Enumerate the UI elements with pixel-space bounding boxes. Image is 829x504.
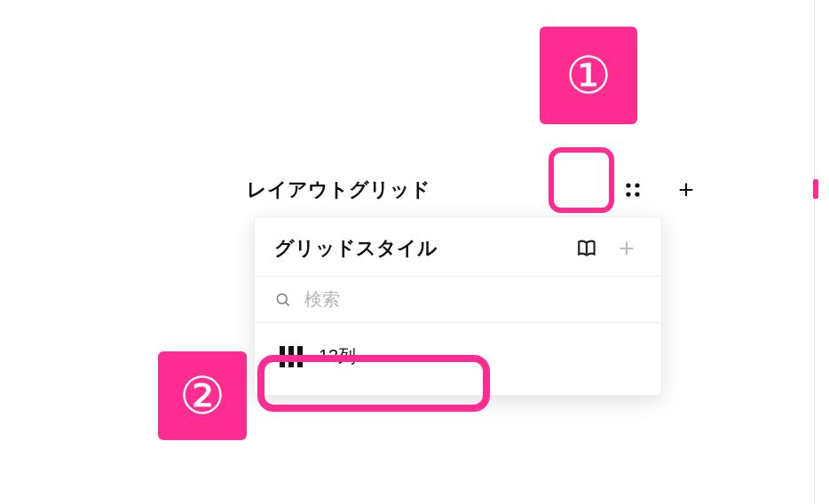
layout-grid-section-header: レイアウトグリッド + — [247, 163, 708, 217]
book-open-icon — [576, 237, 599, 260]
grid-styles-list: 12列 — [255, 323, 661, 395]
add-layout-grid-button[interactable]: + — [664, 168, 708, 212]
svg-line-5 — [286, 302, 289, 305]
grid-styles-search-row — [255, 277, 661, 323]
svg-point-0 — [626, 183, 630, 187]
four-dots-icon — [622, 179, 643, 201]
right-panel-divider — [814, 0, 815, 504]
svg-point-1 — [635, 183, 639, 187]
grid-styles-panel-title: グリッドスタイル — [274, 235, 564, 262]
create-grid-style-button[interactable]: + — [612, 233, 642, 264]
svg-point-2 — [626, 192, 630, 196]
columns-icon — [280, 346, 303, 367]
svg-point-4 — [277, 294, 287, 303]
grid-styles-panel-header: グリッドスタイル + — [255, 217, 661, 277]
grid-style-item[interactable]: 12列 — [267, 332, 649, 381]
svg-point-3 — [635, 192, 639, 196]
grid-styles-panel: グリッドスタイル + 12列 — [254, 217, 662, 396]
grid-styles-button[interactable] — [611, 168, 655, 212]
right-accent-sliver — [813, 179, 818, 199]
layout-grid-title: レイアウトグリッド — [247, 177, 611, 203]
plus-icon: + — [619, 235, 635, 262]
grid-styles-search-input[interactable] — [304, 289, 642, 310]
annotation-badge-2: ② — [158, 351, 247, 440]
library-button[interactable] — [572, 233, 603, 264]
plus-icon: + — [678, 177, 694, 203]
search-icon — [274, 291, 292, 309]
annotation-badge-1: ① — [540, 27, 637, 124]
grid-style-item-label: 12列 — [319, 344, 356, 368]
